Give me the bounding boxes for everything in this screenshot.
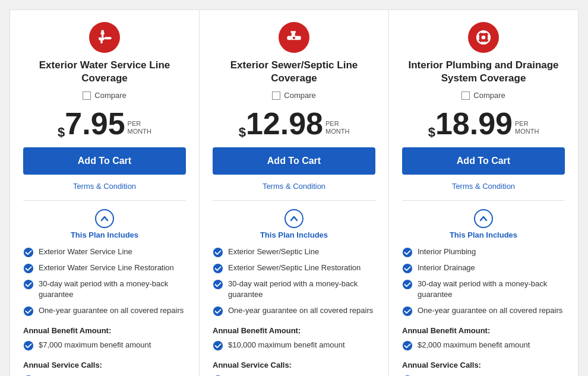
feature-item: Exterior Water Service Line Restoration — [23, 263, 186, 274]
check-icon — [213, 263, 223, 274]
compare-checkbox-exterior-water[interactable] — [83, 91, 91, 100]
compare-checkbox-exterior-sewer[interactable] — [272, 91, 280, 100]
card-icon-interior-plumbing — [402, 22, 565, 53]
check-icon — [213, 306, 223, 317]
price-per-interior-plumbing: PERMONTH — [515, 120, 539, 135]
svg-point-13 — [293, 37, 295, 39]
check-icon — [23, 340, 34, 351]
check-icon — [213, 247, 223, 258]
feature-item: 30-day wait period with a money-back gua… — [23, 279, 186, 300]
check-icon — [213, 279, 223, 290]
feature-item: One-year guarantee on all covered repair… — [213, 305, 375, 317]
annual-calls-list-exterior-water: Multiple service calls up to annual bene… — [23, 374, 186, 376]
plan-includes-exterior-sewer: This Plan Includes — [213, 209, 375, 239]
svg-point-25 — [403, 306, 412, 315]
annual-calls-heading-exterior-sewer: Annual Service Calls: — [213, 361, 375, 369]
card-icon-exterior-water — [23, 22, 186, 53]
price-amount-exterior-water: 7.95 — [65, 108, 125, 139]
check-icon — [402, 306, 413, 317]
plumbing-wrench-icon — [468, 22, 499, 53]
check-icon — [23, 247, 34, 258]
price-amount-exterior-sewer: 12.98 — [246, 108, 323, 139]
features-list-interior-plumbing: Interior Plumbing Interior Drainage — [402, 247, 565, 316]
annual-calls-heading-interior-plumbing: Annual Service Calls: — [402, 361, 565, 369]
check-icon — [213, 340, 223, 351]
svg-point-3 — [101, 30, 104, 33]
svg-rect-0 — [105, 37, 112, 39]
annual-calls-list-interior-plumbing: 2 calls / $1,000 per call — [402, 374, 565, 376]
annual-benefit-heading-exterior-sewer: Annual Benefit Amount: — [213, 326, 375, 335]
terms-link-exterior-water[interactable]: Terms & Condition — [23, 182, 186, 191]
card-icon-exterior-sewer — [213, 22, 375, 53]
add-to-cart-button-interior-plumbing[interactable]: Add To Cart — [402, 147, 565, 175]
svg-point-21 — [482, 36, 486, 40]
cards-container: Exterior Water Service Line Coverage Com… — [10, 10, 578, 376]
feature-item: One-year guarantee on all covered repair… — [402, 305, 565, 317]
annual-benefit-item: $7,000 maximum benefit amount — [23, 340, 186, 351]
features-list-exterior-water: Exterior Water Service Line Exterior Wat… — [23, 247, 186, 316]
price-per-exterior-sewer: PERMONTH — [325, 120, 349, 135]
annual-benefit-list-exterior-water: $7,000 maximum benefit amount — [23, 340, 186, 351]
plan-includes-label-exterior-sewer: This Plan Includes — [260, 230, 328, 239]
compare-label-interior-plumbing: Compare — [473, 91, 505, 100]
chevron-up-icon-exterior-water[interactable] — [95, 209, 114, 228]
water-faucet-icon — [89, 22, 120, 53]
annual-benefit-item: $10,000 maximum benefit amount — [213, 340, 375, 351]
svg-point-8 — [24, 340, 33, 350]
annual-benefit-heading-interior-plumbing: Annual Benefit Amount: — [402, 326, 565, 335]
chevron-up-icon-exterior-sewer[interactable] — [284, 209, 304, 228]
svg-point-15 — [213, 264, 223, 273]
plan-includes-label-exterior-water: This Plan Includes — [71, 230, 138, 239]
svg-point-5 — [24, 264, 33, 273]
feature-item: Exterior Water Service Line — [23, 247, 186, 258]
price-dollar-exterior-sewer: $ — [239, 126, 246, 139]
compare-row-exterior-water: Compare — [23, 91, 186, 100]
compare-checkbox-interior-plumbing[interactable] — [461, 91, 470, 100]
terms-link-exterior-sewer[interactable]: Terms & Condition — [213, 182, 375, 191]
feature-item: One-year guarantee on all covered repair… — [23, 305, 186, 317]
plan-includes-label-interior-plumbing: This Plan Includes — [450, 230, 517, 239]
add-to-cart-button-exterior-water[interactable]: Add To Cart — [23, 147, 186, 175]
annual-benefit-heading-exterior-water: Annual Benefit Amount: — [23, 326, 186, 335]
compare-row-exterior-sewer: Compare — [213, 91, 375, 100]
sewer-pipe-icon — [279, 22, 309, 53]
check-icon — [402, 263, 413, 274]
svg-point-17 — [213, 306, 223, 315]
svg-point-26 — [403, 340, 412, 350]
feature-item: 30-day wait period with a money-back gua… — [402, 279, 565, 300]
svg-point-23 — [403, 264, 412, 273]
svg-point-16 — [213, 280, 223, 289]
add-to-cart-button-exterior-sewer[interactable]: Add To Cart — [213, 147, 375, 175]
chevron-up-icon-interior-plumbing[interactable] — [474, 209, 493, 228]
card-title-exterior-water: Exterior Water Service Line Coverage — [23, 59, 186, 85]
compare-row-interior-plumbing: Compare — [402, 91, 565, 100]
svg-point-6 — [24, 280, 33, 289]
price-row-exterior-water: $ 7.95 PERMONTH — [23, 108, 186, 139]
svg-point-14 — [213, 248, 223, 257]
feature-item: Exterior Sewer/Septic Line Restoration — [213, 263, 375, 274]
annual-benefit-list-exterior-sewer: $10,000 maximum benefit amount — [213, 340, 375, 351]
svg-point-18 — [213, 340, 223, 350]
svg-point-4 — [24, 248, 33, 257]
annual-benefit-item: $2,000 maximum benefit amount — [402, 340, 565, 351]
card-title-exterior-sewer: Exterior Sewer/Septic Line Coverage — [213, 59, 375, 85]
price-row-interior-plumbing: $ 18.99 PERMONTH — [402, 108, 565, 139]
check-icon — [23, 263, 34, 274]
price-row-exterior-sewer: $ 12.98 PERMONTH — [213, 108, 375, 139]
compare-label-exterior-water: Compare — [94, 91, 126, 100]
feature-item: Interior Drainage — [402, 263, 565, 274]
price-dollar-exterior-water: $ — [58, 126, 65, 139]
feature-item: Interior Plumbing — [402, 247, 565, 258]
divider-exterior-water — [23, 200, 186, 201]
card-exterior-water: Exterior Water Service Line Coverage Com… — [10, 10, 199, 376]
svg-point-24 — [403, 280, 412, 289]
check-icon — [23, 279, 34, 290]
terms-link-interior-plumbing[interactable]: Terms & Condition — [402, 182, 565, 191]
card-exterior-sewer: Exterior Sewer/Septic Line Coverage Comp… — [199, 10, 388, 376]
svg-point-22 — [403, 248, 412, 257]
check-icon — [23, 306, 34, 317]
annual-calls-item: Multiple service calls up to annual bene… — [213, 374, 375, 376]
check-icon — [402, 247, 413, 258]
compare-label-exterior-sewer: Compare — [284, 91, 315, 100]
features-list-exterior-sewer: Exterior Sewer/Septic Line Exterior Sewe… — [213, 247, 375, 316]
